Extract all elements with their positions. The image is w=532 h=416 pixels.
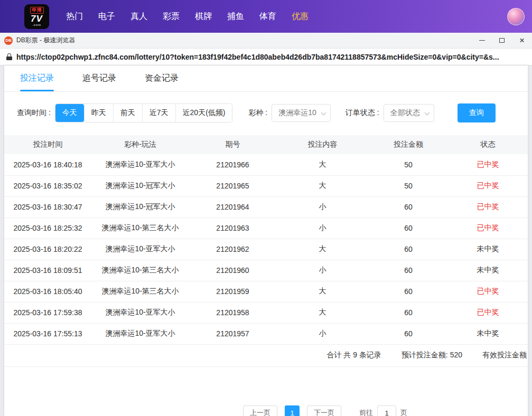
maximize-icon [499, 38, 505, 43]
chevron-down-icon [424, 110, 430, 116]
minimize-icon [479, 40, 485, 41]
lock-icon [6, 53, 12, 60]
bet-content: 大 [276, 175, 369, 196]
bet-game: 澳洲幸运10-亚军大小 [91, 302, 189, 323]
maximize-button[interactable] [492, 33, 512, 48]
current-page-button[interactable]: 1 [285, 405, 300, 416]
bet-issue: 21201966 [189, 154, 276, 175]
minimize-button[interactable] [472, 33, 492, 48]
bet-game: 澳洲幸运10-第三名大小 [91, 281, 189, 302]
header-issue: 期号 [189, 135, 276, 154]
window-title: DB彩票 - 极速浏览器 [16, 36, 75, 45]
bet-content: 小 [276, 323, 369, 344]
bet-content: 小 [276, 260, 369, 281]
lottery-select[interactable]: 澳洲幸运10 [272, 104, 331, 122]
bet-issue: 21201957 [189, 323, 276, 344]
time-option-today[interactable]: 今天 [55, 104, 84, 122]
bet-content: 大 [276, 239, 369, 260]
browser-titlebar: DB DB彩票 - 极速浏览器 × [0, 33, 532, 49]
bet-amount: 60 [369, 260, 448, 281]
tab-chase-records[interactable]: 追号记录 [82, 65, 116, 91]
bet-amount: 60 [369, 239, 448, 260]
table-row: 2025-03-16 18:05:40 澳洲幸运10-第三名大小 2120195… [4, 281, 528, 302]
header-bet-time: 投注时间 [4, 135, 91, 154]
site-topbar: 申博 7V .com 热门 电子 真人 彩票 棋牌 捕鱼 体育 优惠 [0, 0, 532, 33]
lottery-filter-label: 彩种 : [248, 108, 267, 118]
goto-page-label: 前往 [359, 405, 373, 416]
nav-item-fishing[interactable]: 捕鱼 [227, 11, 244, 22]
time-option-yesterday[interactable]: 昨天 [84, 104, 113, 122]
bet-game: 澳洲幸运10-亚军大小 [91, 323, 189, 344]
bet-time: 2025-03-16 18:20:22 [4, 239, 91, 260]
bet-status: 已中奖 [448, 175, 528, 196]
header-game: 彩种-玩法 [91, 135, 189, 154]
table-row: 2025-03-16 17:55:13 澳洲幸运10-亚军大小 21201957… [4, 323, 528, 344]
content-card: 投注记录 追号记录 资金记录 查询时间 : 今天 昨天 前天 近7天 近20天(… [4, 65, 528, 416]
nav-item-live[interactable]: 真人 [130, 11, 147, 22]
logo-sub-text: .com [32, 23, 41, 26]
user-avatar[interactable] [507, 8, 525, 25]
nav-item-boardgames[interactable]: 棋牌 [195, 11, 212, 22]
tab-fund-records[interactable]: 资金记录 [145, 65, 179, 91]
close-icon: × [519, 36, 525, 45]
bet-game: 澳洲幸运10-亚军大小 [91, 154, 189, 175]
bet-content: 大 [276, 154, 369, 175]
bet-issue: 21201959 [189, 281, 276, 302]
time-option-7days[interactable]: 近7天 [142, 104, 175, 122]
lottery-select-value: 澳洲幸运10 [278, 108, 316, 118]
table-row: 2025-03-16 18:25:32 澳洲幸运10-第三名大小 2120196… [4, 218, 528, 239]
tab-bet-records[interactable]: 投注记录 [20, 65, 54, 91]
prev-page-button[interactable]: 上一页 [243, 405, 277, 416]
table-header-row: 投注时间 彩种-玩法 期号 投注内容 投注金额 状态 [4, 135, 528, 154]
summary-valid-amount: 有效投注金额 [482, 351, 527, 360]
nav-item-promotions[interactable]: 优惠 [292, 11, 309, 22]
bet-issue: 21201958 [189, 302, 276, 323]
table-row: 2025-03-16 18:20:22 澳洲幸运10-亚军大小 21201962… [4, 239, 528, 260]
bet-status: 已中奖 [448, 302, 528, 323]
bet-time: 2025-03-16 18:30:47 [4, 196, 91, 218]
window-controls: × [472, 33, 532, 48]
table-row: 2025-03-16 18:30:47 澳洲幸运10-冠军大小 21201964… [4, 196, 528, 218]
bet-issue: 21201964 [189, 196, 276, 218]
order-status-select[interactable]: 全部状态 [384, 104, 434, 122]
bet-records-table: 投注时间 彩种-玩法 期号 投注内容 投注金额 状态 2025-03-16 18… [4, 135, 528, 345]
bet-time: 2025-03-16 18:25:32 [4, 218, 91, 239]
bet-status: 未中奖 [448, 323, 528, 344]
bet-time: 2025-03-16 18:09:51 [4, 260, 91, 281]
nav-item-hot[interactable]: 热门 [66, 11, 83, 22]
logo-cn-text: 申博 [30, 7, 44, 14]
close-button[interactable]: × [512, 33, 532, 48]
nav-item-electronic[interactable]: 电子 [98, 11, 115, 22]
bet-issue: 21201962 [189, 239, 276, 260]
logo-main-text: 7V [31, 14, 43, 23]
address-bar[interactable]: https://ctop02pchwp1.zfnc84.com/lottery/… [0, 49, 532, 65]
bet-game: 澳洲幸运10-亚军大小 [91, 239, 189, 260]
search-button[interactable]: 查询 [458, 103, 496, 122]
filter-row: 查询时间 : 今天 昨天 前天 近7天 近20天(低频) 彩种 : 澳洲幸运10… [4, 103, 528, 122]
table-row: 2025-03-16 18:09:51 澳洲幸运10-第三名大小 2120196… [4, 260, 528, 281]
bet-amount: 60 [369, 281, 448, 302]
page-background: 投注记录 追号记录 资金记录 查询时间 : 今天 昨天 前天 近7天 近20天(… [0, 65, 532, 416]
next-page-button[interactable]: 下一页 [307, 405, 341, 416]
bet-time: 2025-03-16 17:59:38 [4, 302, 91, 323]
time-option-daybefore[interactable]: 前天 [113, 104, 142, 122]
bet-time: 2025-03-16 18:05:40 [4, 281, 91, 302]
time-option-20days[interactable]: 近20天(低频) [175, 104, 232, 122]
bet-game: 澳洲幸运10-冠军大小 [91, 196, 189, 218]
time-filter-group: 今天 昨天 前天 近7天 近20天(低频) [55, 103, 233, 122]
nav-item-sports[interactable]: 体育 [259, 11, 276, 22]
site-logo[interactable]: 申博 7V .com [24, 4, 49, 29]
url-text[interactable]: https://ctop02pchwp1.zfnc84.com/lottery/… [16, 53, 527, 61]
bet-game: 澳洲幸运10-第三名大小 [91, 218, 189, 239]
bet-time: 2025-03-16 18:35:02 [4, 175, 91, 196]
site-nav: 热门 电子 真人 彩票 棋牌 捕鱼 体育 优惠 [66, 11, 309, 22]
bet-issue: 21201965 [189, 175, 276, 196]
bet-content: 大 [276, 302, 369, 323]
bet-content: 小 [276, 196, 369, 218]
bet-issue: 21201963 [189, 218, 276, 239]
bet-issue: 21201960 [189, 260, 276, 281]
nav-item-lottery[interactable]: 彩票 [163, 11, 180, 22]
bet-game: 澳洲幸运10-第三名大小 [91, 260, 189, 281]
goto-page-input[interactable] [377, 405, 396, 416]
status-filter-label: 订单状态 : [346, 108, 379, 118]
